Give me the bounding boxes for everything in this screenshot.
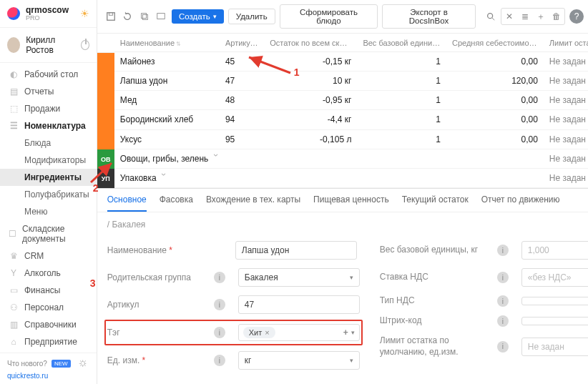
sidebar: qrmoscow PRO ☀ Кирилл Ростов ◐Рабочий ст… (0, 0, 97, 384)
theme-icon[interactable]: ☀ (80, 8, 89, 19)
nav-ingredients[interactable]: Ингредиенты (0, 169, 97, 186)
nav-crm[interactable]: ♛CRM (0, 247, 97, 265)
tab-main[interactable]: Основное (107, 195, 147, 212)
delete-button[interactable]: Удалить (228, 9, 275, 24)
info-icon[interactable]: i (497, 341, 509, 353)
wallet-icon: ▭ (9, 285, 19, 295)
nav-alcohol[interactable]: YАлкоголь (0, 265, 97, 282)
nav-sales[interactable]: ⬚Продажи (0, 100, 97, 117)
tag-chip[interactable]: Хит× (243, 327, 275, 338)
tab-stock[interactable]: Текущий остаток (402, 195, 469, 212)
select-vatrate[interactable]: «без НДС» (521, 268, 588, 287)
tag-icon: ⬚ (9, 104, 19, 114)
nav-modifiers[interactable]: Модификаторы (0, 152, 97, 169)
screen-icon[interactable] (155, 10, 167, 23)
col-weight[interactable]: Вес базовой единицы, кг (357, 34, 446, 52)
footer-link[interactable]: quickresto.ru (7, 372, 89, 380)
col-name[interactable]: Наименование (114, 34, 220, 52)
main: Создать Удалить Сформировать блюдо Экспо… (97, 0, 588, 384)
sidebar-footer: Что нового? NEW ⛭ quickresto.ru (0, 353, 97, 384)
trash-icon[interactable]: 🗑 (550, 10, 563, 23)
input-limit[interactable]: Не задан (521, 338, 588, 356)
select-parent[interactable]: Бакалея (238, 268, 360, 287)
building-icon: ⌂ (9, 337, 19, 347)
nav-reports[interactable]: ▤Отчеты (0, 83, 97, 100)
info-icon[interactable]: i (214, 327, 225, 338)
nav: ◐Рабочий стол ▤Отчеты ⬚Продажи ☰Номенкла… (0, 63, 97, 353)
group-badge-ov: ОВ (97, 149, 114, 169)
settings-icon[interactable]: ⛭ (78, 358, 89, 369)
nav-menu[interactable]: Меню (0, 203, 97, 220)
info-icon[interactable]: i (497, 315, 509, 327)
table-row[interactable]: Лапша удон4710 кг1120,00Не задан (114, 72, 588, 91)
whatsnew[interactable]: Что нового? NEW ⛭ (7, 358, 89, 369)
power-icon[interactable] (81, 40, 89, 50)
user-name: Кирилл Ростов (26, 35, 75, 55)
info-icon[interactable]: i (214, 299, 225, 310)
label-vatrate: Ставка НДС (380, 272, 487, 283)
book-icon: ▥ (9, 320, 19, 330)
nav-finance[interactable]: ▭Финансы (0, 282, 97, 299)
col-cost[interactable]: Средняя себестоимость (446, 34, 544, 52)
col-limit[interactable]: Лимит остатка по умолчанию,... (544, 34, 588, 52)
table-row[interactable]: Мед48-0,95 кг10,00Не задан (114, 91, 588, 110)
gauge-icon: ◐ (9, 69, 19, 79)
label-vattype: Тип НДС (380, 295, 487, 307)
help-icon[interactable]: ? (569, 9, 584, 24)
tag-add-icon[interactable]: + (343, 328, 348, 338)
table-row[interactable]: Майонез45-0,15 кг10,00Не задан (114, 52, 588, 72)
info-icon[interactable]: i (497, 295, 509, 307)
input-sku[interactable]: 47 (238, 295, 360, 314)
tab-techcards[interactable]: Вхождение в тех. карты (206, 195, 300, 212)
user-block[interactable]: Кирилл Ростов (0, 28, 97, 63)
input-vattype[interactable] (521, 297, 588, 305)
group-badge-up: УП (97, 169, 114, 188)
new-badge: NEW (52, 360, 71, 368)
input-tag[interactable]: Хит× +▾ (238, 324, 360, 341)
make-dish-button[interactable]: Сформировать блюдо (280, 4, 378, 29)
nav-dashboard[interactable]: ◐Рабочий стол (0, 66, 97, 83)
table-group-row[interactable]: Овощи, грибы, зелень ›Не задан (114, 149, 588, 168)
col-sku[interactable]: Артикул (220, 34, 264, 52)
tab-nutrition[interactable]: Пищевая ценность (313, 195, 389, 212)
nav-warehouse[interactable]: ☐Складские документы (0, 220, 97, 247)
org-block[interactable]: qrmoscow PRO ☀ (0, 0, 97, 28)
tools-icon[interactable]: ✕ (503, 10, 516, 23)
table-row[interactable]: Бородинский хлеб94-4,4 кг10,00Не задан (114, 110, 588, 129)
input-name[interactable]: Лапша удон (235, 241, 357, 260)
svg-rect-0 (107, 13, 114, 21)
info-icon[interactable]: i (214, 272, 225, 283)
tab-packing[interactable]: Фасовка (160, 195, 193, 212)
info-icon[interactable]: i (214, 355, 225, 366)
list-icon[interactable]: ≣ (519, 10, 531, 23)
view-tools: ✕ ≣ ＋ 🗑 (501, 8, 565, 25)
plus-icon[interactable]: ＋ (534, 10, 547, 23)
info-icon[interactable]: i (497, 272, 509, 283)
label-parent: Родительская группа (107, 272, 204, 282)
export-button[interactable]: Экспорт в DocsInBox (382, 4, 476, 29)
label-tag: Тэг (107, 328, 204, 338)
input-baseweight[interactable]: 1,000 (521, 241, 588, 260)
create-button[interactable]: Создать (172, 9, 224, 24)
svg-rect-3 (142, 14, 147, 19)
label-sku: Артикул (107, 300, 204, 310)
refresh-icon[interactable] (121, 10, 134, 23)
search-icon[interactable] (484, 10, 497, 23)
nav-enterprise[interactable]: ⌂Предприятие (0, 333, 97, 350)
tag-remove-icon[interactable]: × (265, 328, 269, 337)
save-icon[interactable] (104, 10, 117, 23)
table-row[interactable]: Уксус95-0,105 л10,00Не задан (114, 129, 588, 149)
info-icon[interactable]: i (497, 245, 509, 256)
nav-nomenclature[interactable]: ☰Номенклатура (0, 117, 97, 134)
input-barcode[interactable] (521, 317, 588, 325)
copy-icon[interactable] (138, 10, 151, 23)
nav-semis[interactable]: Полуфабрикаты (0, 186, 97, 203)
tab-movement[interactable]: Отчет по движению (481, 195, 560, 212)
select-unit[interactable]: кг (238, 351, 360, 370)
chevron-down-icon[interactable]: ▾ (351, 329, 355, 336)
table-group-row[interactable]: Упаковка ›Не задан (114, 168, 588, 187)
nav-refs[interactable]: ▥Справочники (0, 316, 97, 333)
nav-personnel[interactable]: ⚇Персонал (0, 299, 97, 316)
col-stock[interactable]: Остаток по всем складам,... (264, 34, 357, 52)
nav-dishes[interactable]: Блюда (0, 134, 97, 152)
